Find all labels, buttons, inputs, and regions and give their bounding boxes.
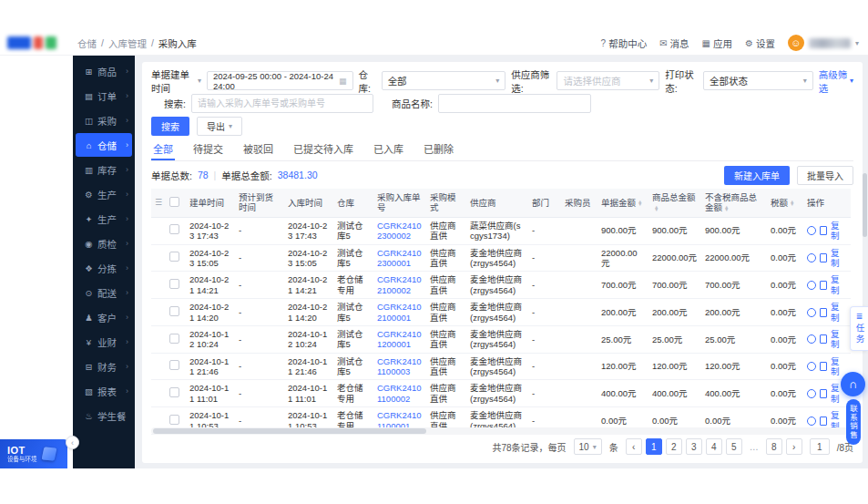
sidebar-item-质检[interactable]: ◉质检› xyxy=(76,231,132,255)
advanced-filter-link[interactable]: 高级筛选 ▾ xyxy=(819,67,853,95)
supplier-select[interactable]: 请选择供应商 ▾ xyxy=(557,71,659,90)
copy-button[interactable]: 复制 xyxy=(831,302,847,323)
sort-icon[interactable]: ▲▼ xyxy=(724,206,729,211)
page-button[interactable]: 2 xyxy=(666,438,682,455)
sidebar-item-学生餐[interactable]: ♨学生餐 xyxy=(76,404,132,427)
column-header[interactable]: 入库时间 xyxy=(284,189,333,217)
row-checkbox[interactable] xyxy=(169,224,179,234)
print-icon[interactable] xyxy=(807,226,816,235)
sidebar-item-业财[interactable]: ¥业财› xyxy=(76,330,132,354)
order-no-link[interactable]: CGRK24102300001 xyxy=(377,248,422,268)
prev-page-button[interactable]: ‹ xyxy=(626,438,642,455)
column-header[interactable]: 不含税商品总金额▲▼ xyxy=(701,189,767,217)
row-checkbox[interactable] xyxy=(169,306,179,316)
column-header[interactable]: 商品总金额▲▼ xyxy=(648,189,701,217)
column-header[interactable]: 供应商 xyxy=(466,189,528,217)
sidebar-item-分拣[interactable]: ❖分拣› xyxy=(76,256,132,280)
sidebar-item-商品[interactable]: ⊞商品› xyxy=(76,59,132,83)
column-header[interactable]: 单据金额▲▼ xyxy=(597,189,648,217)
print-icon[interactable] xyxy=(807,281,816,290)
tab-待提交[interactable]: 待提交 xyxy=(191,139,225,160)
column-header[interactable]: 税额▲▼ xyxy=(767,189,803,217)
print-icon[interactable] xyxy=(807,308,816,317)
horizontal-scrollbar[interactable] xyxy=(151,427,853,435)
sidebar-item-生产[interactable]: ✦生产› xyxy=(76,207,132,231)
page-button[interactable]: 1 xyxy=(646,438,662,455)
topbar-action-message[interactable]: ✉消息 xyxy=(659,36,689,50)
tab-已入库[interactable]: 已入库 xyxy=(372,139,405,160)
copy-button[interactable]: 复制 xyxy=(831,274,847,295)
product-name-input[interactable] xyxy=(438,94,591,113)
copy-button[interactable]: 复制 xyxy=(831,329,847,350)
topbar-action-settings[interactable]: ⚙设置 xyxy=(745,36,775,50)
sidebar-item-配送[interactable]: ⊙配送› xyxy=(76,281,132,304)
batch-import-button[interactable]: 批量导入 xyxy=(797,166,853,185)
order-no-link[interactable]: CGRK24102100001 xyxy=(377,302,422,322)
print-icon[interactable] xyxy=(807,417,816,426)
column-header[interactable]: 仓库 xyxy=(333,189,373,217)
date-range-picker[interactable]: 2024-09-25 00:00 - 2024-10-24 24:00 ▦ xyxy=(207,71,353,90)
column-header[interactable]: 预计到货时间 xyxy=(235,189,284,217)
page-button[interactable]: 3 xyxy=(686,438,702,455)
row-checkbox[interactable] xyxy=(169,334,179,344)
tab-被驳回[interactable]: 被驳回 xyxy=(241,139,275,160)
page-button[interactable]: 8 xyxy=(766,438,782,455)
sidebar-item-客户[interactable]: ♟客户› xyxy=(76,305,132,329)
export-button[interactable]: 导出 ▾ xyxy=(197,117,242,136)
doc-icon[interactable] xyxy=(820,334,827,344)
sidebar-item-财务[interactable]: ⊟财务› xyxy=(76,355,132,378)
search-button[interactable]: 搜索 xyxy=(151,117,189,136)
doc-icon[interactable] xyxy=(820,362,827,371)
topbar-action-help[interactable]: ?帮助中心 xyxy=(601,36,648,50)
print-icon[interactable] xyxy=(807,389,816,398)
sidebar-item-生产[interactable]: ⚙生产› xyxy=(76,182,132,206)
contact-sales-widget[interactable]: ∩ 联系销售 xyxy=(841,372,865,445)
order-no-link[interactable]: CGRK24101200001 xyxy=(377,329,422,349)
sidebar-item-仓储[interactable]: ⌂仓储› xyxy=(76,133,132,157)
order-no-link[interactable]: CGRK24102100002 xyxy=(377,274,422,294)
sidebar-item-订单[interactable]: ▤订单› xyxy=(76,84,132,108)
sort-icon[interactable]: ▲▼ xyxy=(790,201,794,206)
print-icon[interactable] xyxy=(807,362,816,371)
order-no-link[interactable]: CGRK24101100003 xyxy=(377,356,422,376)
next-page-button[interactable]: › xyxy=(786,438,802,455)
row-checkbox[interactable] xyxy=(169,415,179,425)
doc-icon[interactable] xyxy=(820,389,827,398)
sidebar-collapse-button[interactable]: ‹ xyxy=(66,436,79,449)
tab-全部[interactable]: 全部 xyxy=(151,139,175,160)
breadcrumb-item[interactable]: 入库管理 xyxy=(108,36,147,50)
vertical-scrollbar-thumb[interactable] xyxy=(863,173,867,237)
breadcrumb-item[interactable]: 仓储 xyxy=(77,36,97,50)
row-checkbox[interactable] xyxy=(169,279,179,289)
column-header[interactable]: 采购员 xyxy=(561,189,597,217)
column-header[interactable]: 建单时间 xyxy=(186,189,235,217)
row-checkbox[interactable] xyxy=(169,360,179,370)
column-header[interactable]: 操作 xyxy=(803,189,851,217)
copy-button[interactable]: 复制 xyxy=(831,248,847,269)
tab-已提交待入库[interactable]: 已提交待入库 xyxy=(291,139,355,160)
page-button[interactable]: 5 xyxy=(726,438,742,455)
select-all-checkbox[interactable] xyxy=(169,197,179,207)
doc-icon[interactable] xyxy=(820,253,827,262)
sort-icon[interactable]: ▲▼ xyxy=(654,206,659,211)
doc-icon[interactable] xyxy=(820,226,827,235)
doc-icon[interactable] xyxy=(820,281,827,290)
tab-已删除[interactable]: 已删除 xyxy=(422,139,455,160)
warehouse-select[interactable]: 全部 ▾ xyxy=(382,71,506,90)
column-header[interactable]: 采购入库单号 xyxy=(373,189,426,217)
order-no-link[interactable]: CGRK24102300002 xyxy=(377,221,422,241)
row-checkbox[interactable] xyxy=(169,252,179,262)
sort-icon[interactable]: ▲▼ xyxy=(638,201,642,206)
print-icon[interactable] xyxy=(807,253,816,262)
task-panel-tab[interactable]: ≣ 任务 xyxy=(850,306,868,351)
search-input[interactable] xyxy=(191,94,373,113)
column-settings-icon[interactable]: ☰ xyxy=(155,198,162,207)
user-menu[interactable]: ☺ ▾ xyxy=(788,35,859,51)
create-inbound-button[interactable]: 新建入库单 xyxy=(724,166,790,185)
page-jump-input[interactable]: 1 xyxy=(810,438,830,455)
column-header[interactable]: 采购模式 xyxy=(426,189,466,217)
page-size-select[interactable]: 10 ▾ xyxy=(574,438,602,455)
date-type-select[interactable]: 单据建单时间 ▾ xyxy=(151,67,201,95)
print-icon[interactable] xyxy=(807,334,816,344)
page-button[interactable]: 4 xyxy=(706,438,722,455)
